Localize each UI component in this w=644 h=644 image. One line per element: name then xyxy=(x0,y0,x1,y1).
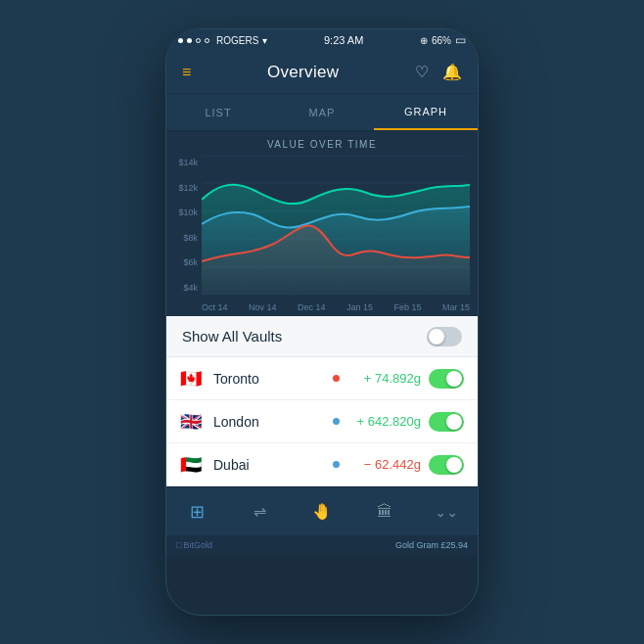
phone-frame: ROGERS ▾ 9:23 AM ⊕ 66% ▭ ≡ Overview ♡ 🔔 … xyxy=(165,28,479,616)
y-label-1: $14k xyxy=(170,158,198,167)
london-value: + 642.820g xyxy=(347,414,421,429)
nav-bank[interactable]: 🏛 xyxy=(353,487,416,535)
dubai-flag: 🇦🇪 xyxy=(180,454,206,476)
status-right: ⊕ 66% ▭ xyxy=(420,33,466,47)
dubai-toggle-thumb xyxy=(446,457,462,473)
x-axis: Oct 14 Nov 14 Dec 14 Jan 15 Feb 15 Mar 1… xyxy=(202,302,470,312)
footer-price: Gold Gram £25.94 xyxy=(395,540,468,550)
signal-dot-4 xyxy=(205,38,209,43)
signal-dot-3 xyxy=(196,38,201,43)
signal-dot-1 xyxy=(178,38,183,43)
x-label-2: Nov 14 xyxy=(249,302,277,312)
toggle-thumb xyxy=(429,329,444,345)
hand-icon: 🤚 xyxy=(312,502,332,521)
chart-container: $14k $12k $10k $8k $6k $4k xyxy=(166,156,478,312)
toronto-value: + 74.892g xyxy=(347,371,421,386)
london-toggle[interactable] xyxy=(429,412,464,432)
x-label-1: Oct 14 xyxy=(202,302,228,312)
price-label: Gold Gram xyxy=(395,540,441,550)
toronto-flag: 🇨🇦 xyxy=(180,368,206,390)
price-value: 25.94 xyxy=(445,540,468,550)
carrier-name: ROGERS xyxy=(216,35,258,46)
london-dot xyxy=(333,418,340,425)
y-label-3: $10k xyxy=(170,207,198,217)
london-toggle-thumb xyxy=(446,414,462,430)
toronto-name: Toronto xyxy=(213,371,323,387)
dubai-dot xyxy=(333,461,340,468)
brand-name: BitGold xyxy=(183,540,212,550)
nav-chevrons[interactable]: ⌃⌃ xyxy=(415,487,478,535)
footer-brand: □ BitGold xyxy=(176,540,212,550)
grid-icon: ⊞ xyxy=(190,501,205,523)
status-left: ROGERS ▾ xyxy=(178,35,267,46)
nav-transfer[interactable]: ⇌ xyxy=(229,487,292,535)
toronto-dot xyxy=(333,375,340,382)
status-bar: ROGERS ▾ 9:23 AM ⊕ 66% ▭ xyxy=(166,29,478,51)
x-label-5: Feb 15 xyxy=(393,302,421,312)
heart-icon[interactable]: ♡ xyxy=(415,63,429,81)
chevrons-icon: ⌃⌃ xyxy=(435,504,458,520)
nav-hand[interactable]: 🤚 xyxy=(291,487,353,535)
x-label-6: Mar 15 xyxy=(442,302,470,312)
transfer-icon: ⇌ xyxy=(253,502,266,521)
dubai-toggle[interactable] xyxy=(429,455,464,475)
chart-title: VALUE OVER TIME xyxy=(166,139,478,150)
dubai-name: Dubai xyxy=(213,457,323,473)
menu-icon[interactable]: ≡ xyxy=(182,65,191,80)
bank-icon: 🏛 xyxy=(377,503,392,521)
footer: □ BitGold Gold Gram £25.94 xyxy=(166,535,478,555)
vault-row-dubai[interactable]: 🇦🇪 Dubai − 62.442g xyxy=(166,443,478,486)
bell-icon[interactable]: 🔔 xyxy=(442,63,462,81)
signal-dot-2 xyxy=(187,38,192,43)
x-label-3: Dec 14 xyxy=(298,302,326,312)
brand-icon: □ xyxy=(176,540,181,550)
tab-bar: LIST MAP GRAPH xyxy=(166,94,478,131)
london-name: London xyxy=(213,414,323,430)
status-time: 9:23 AM xyxy=(324,34,363,46)
show-all-vaults-row: Show All Vaults xyxy=(166,316,478,357)
y-label-2: $12k xyxy=(170,183,198,193)
header-title: Overview xyxy=(267,63,339,82)
london-flag: 🇬🇧 xyxy=(180,411,206,433)
location-icon: ⊕ xyxy=(420,35,428,46)
y-axis: $14k $12k $10k $8k $6k $4k xyxy=(166,156,202,295)
toronto-toggle[interactable] xyxy=(429,369,464,389)
dubai-value: − 62.442g xyxy=(347,457,421,472)
show-all-toggle[interactable] xyxy=(427,327,462,346)
vault-row-toronto[interactable]: 🇨🇦 Toronto + 74.892g xyxy=(166,357,478,400)
tab-map[interactable]: MAP xyxy=(270,94,374,130)
y-label-6: $4k xyxy=(170,283,198,293)
show-all-label: Show All Vaults xyxy=(182,328,282,345)
chart-area: VALUE OVER TIME $14k $12k $10k $8k $6k $… xyxy=(166,131,478,316)
wifi-icon: ▾ xyxy=(262,35,267,46)
battery-percent: 66% xyxy=(432,35,451,46)
vault-row-london[interactable]: 🇬🇧 London + 642.820g xyxy=(166,400,478,443)
tab-graph[interactable]: GRAPH xyxy=(374,94,478,130)
nav-grid[interactable]: ⊞ xyxy=(166,487,229,535)
x-label-4: Jan 15 xyxy=(346,302,373,312)
battery-icon: ▭ xyxy=(455,33,466,47)
bottom-nav: ⊞ ⇌ 🤚 🏛 ⌃⌃ xyxy=(166,486,478,535)
chart-svg xyxy=(202,156,470,295)
header-icons: ♡ 🔔 xyxy=(415,63,462,81)
tab-list[interactable]: LIST xyxy=(166,94,270,130)
y-label-5: $6k xyxy=(170,257,198,267)
toronto-toggle-thumb xyxy=(446,371,462,387)
app-header: ≡ Overview ♡ 🔔 xyxy=(166,51,478,94)
y-label-4: $8k xyxy=(170,233,198,243)
